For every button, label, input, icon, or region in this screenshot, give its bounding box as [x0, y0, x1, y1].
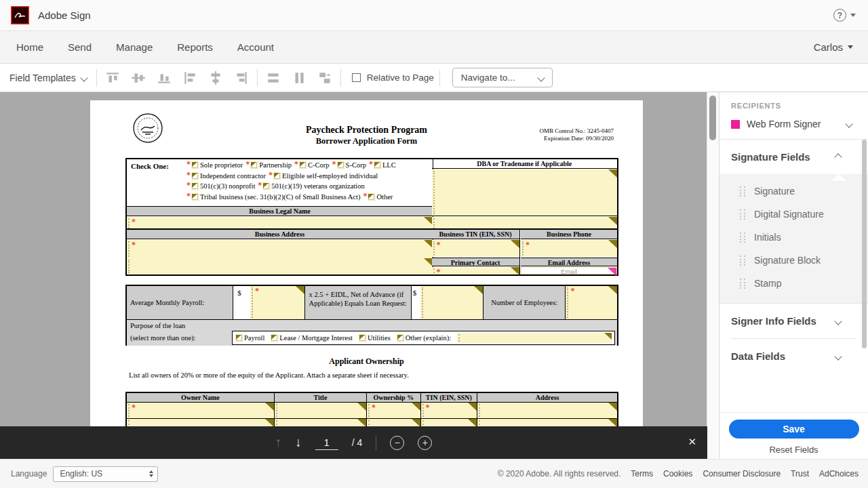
user-menu[interactable]: Carlos [814, 41, 853, 53]
option-label: LLC [382, 161, 396, 169]
checkbox-field-s-corp[interactable]: *S-Corp [332, 161, 366, 171]
align-center-icon[interactable] [205, 68, 226, 87]
match-height-icon[interactable] [289, 68, 309, 87]
help-icon[interactable] [833, 9, 846, 22]
align-left-icon[interactable] [180, 68, 200, 87]
field-item-signature[interactable]: Signature [719, 180, 868, 203]
tin-cell: * [421, 403, 478, 419]
field-corner-icon [412, 403, 420, 411]
field-item-initials[interactable]: Initials [719, 226, 868, 249]
section-title: Signature Fields [731, 151, 810, 163]
option-label: 501(c)(3) nonprofit [200, 182, 255, 190]
checkbox-field-tribal-business[interactable]: *Tribal business (sec. 31(b)(2)(C) of Sm… [186, 193, 360, 203]
link-cookies[interactable]: Cookies [663, 469, 692, 479]
field-item-stamp[interactable]: Stamp [719, 272, 868, 295]
scrollbar-thumb[interactable] [709, 96, 716, 140]
relative-to-page-checkbox[interactable]: Relative to Page [352, 73, 434, 83]
owner-name-field[interactable]: * [127, 403, 274, 418]
nav-item-send[interactable]: Send [68, 41, 92, 53]
phone-column: Business Phone * Email Address Email [521, 230, 617, 274]
checkbox-field-501c3[interactable]: *501(c)(3) nonprofit [186, 182, 255, 192]
ownership-pct-field[interactable]: * [367, 403, 420, 418]
email-field[interactable]: Email [521, 267, 617, 274]
section-signature-fields[interactable]: Signature Fields [719, 139, 868, 174]
required-asterisk: * [186, 180, 191, 190]
field-item-signature-block[interactable]: Signature Block [719, 249, 868, 272]
zoom-out-icon[interactable] [390, 436, 404, 450]
checkbox-icon [337, 161, 345, 169]
loan-amount-field[interactable] [420, 286, 483, 319]
align-right-icon[interactable] [231, 68, 252, 87]
business-phone-field[interactable]: * [521, 240, 617, 257]
col-title: Title [275, 393, 367, 403]
employees-field[interactable]: * [566, 286, 617, 319]
link-trust[interactable]: Trust [791, 469, 809, 479]
chevron-down-icon [850, 14, 856, 17]
primary-contact-field[interactable]: * [432, 267, 519, 274]
match-width-icon[interactable] [263, 68, 283, 87]
field-corner-icon [608, 403, 617, 411]
align-top-icon[interactable] [102, 68, 123, 87]
checkbox-field-utilities[interactable]: Utilities [359, 334, 391, 342]
ownership-header-row: Owner Name Title Ownership % TIN (EIN, S… [127, 393, 617, 403]
recipient-selector[interactable]: Web Form Signer [731, 119, 857, 129]
section-data-fields[interactable]: Data Fields [719, 339, 868, 373]
chevron-down-icon [848, 45, 853, 49]
nav-item-manage[interactable]: Manage [116, 41, 153, 53]
checkbox-field-other[interactable]: *Other [363, 193, 393, 203]
page-up-icon[interactable] [275, 435, 282, 450]
checkbox-field-self-employed[interactable]: *Eligible self-employed individual [269, 172, 378, 182]
col-owner-name: Owner Name [127, 393, 275, 403]
loan-amount-cell [420, 286, 483, 319]
page-number-input[interactable] [315, 436, 338, 450]
navigate-to-select[interactable]: Navigate to... [452, 68, 553, 87]
checkbox-field-sole-proprietor[interactable]: *Sole proprietor [186, 161, 243, 171]
link-terms[interactable]: Terms [631, 469, 653, 479]
section-signer-info-fields[interactable]: Signer Info Fields [719, 303, 868, 338]
payroll-amount-field[interactable]: * [250, 286, 304, 319]
business-address-field-2[interactable] [127, 258, 433, 274]
field-item-digital-signature[interactable]: Digital Signature [719, 203, 868, 226]
page-down-icon[interactable] [295, 435, 302, 450]
nav-item-home[interactable]: Home [16, 41, 43, 53]
checkbox-field-lease-mortgage[interactable]: Lease / Mortgage Interest [271, 334, 353, 342]
language-select[interactable]: English: US [53, 466, 158, 482]
brand[interactable]: Adobe Sign [11, 6, 91, 24]
other-explain-field[interactable] [457, 333, 612, 343]
align-bottom-icon[interactable] [154, 68, 174, 87]
zoom-in-icon[interactable] [418, 436, 432, 450]
nav-item-reports[interactable]: Reports [177, 41, 213, 53]
business-tin-field[interactable]: * [432, 240, 519, 257]
checkbox-field-independent-contractor[interactable]: *Independent contractor [186, 172, 266, 182]
nav-item-account[interactable]: Account [237, 41, 274, 53]
divider [439, 69, 440, 87]
entity-options: *Sole proprietor *Partnership *C-Corp *S… [186, 161, 431, 203]
checkbox-icon[interactable] [352, 73, 361, 82]
checkbox-icon [191, 172, 199, 180]
align-middle-icon[interactable] [128, 68, 149, 87]
payroll-amount-cell: * [250, 286, 304, 319]
checkbox-field-501c19[interactable]: *501(c)(19) veterans organization [258, 182, 364, 192]
reset-fields-link[interactable]: Reset Fields [769, 445, 818, 455]
field-corner-icon [608, 286, 617, 294]
checkbox-field-c-corp[interactable]: *C-Corp [294, 161, 330, 171]
checkbox-field-payroll[interactable]: Payroll [235, 334, 264, 342]
address-cell [477, 403, 617, 419]
match-size-icon[interactable] [315, 68, 335, 87]
dba-field[interactable] [432, 169, 618, 216]
tin-field[interactable]: * [421, 403, 477, 418]
business-address-field[interactable]: * [127, 240, 433, 258]
checkbox-field-other-explain[interactable]: Other (explain): [397, 334, 451, 342]
link-adchoices[interactable]: AdChoices [819, 469, 859, 479]
field-templates-dropdown[interactable]: Field Templates [5, 73, 91, 83]
footer-links: © 2020 Adobe. All rights reserved. Terms… [498, 469, 859, 479]
panel-scrollbar-thumb[interactable] [862, 140, 867, 348]
close-icon[interactable] [688, 436, 696, 448]
page-total: / 4 [352, 437, 363, 448]
link-consumer-disclosure[interactable]: Consumer Disclosure [703, 469, 781, 479]
help-menu[interactable] [833, 9, 856, 22]
title-field[interactable] [275, 403, 366, 418]
checkbox-field-llc[interactable]: *LLC [369, 161, 396, 171]
address-field[interactable] [477, 403, 617, 418]
save-button[interactable]: Save [729, 420, 859, 439]
